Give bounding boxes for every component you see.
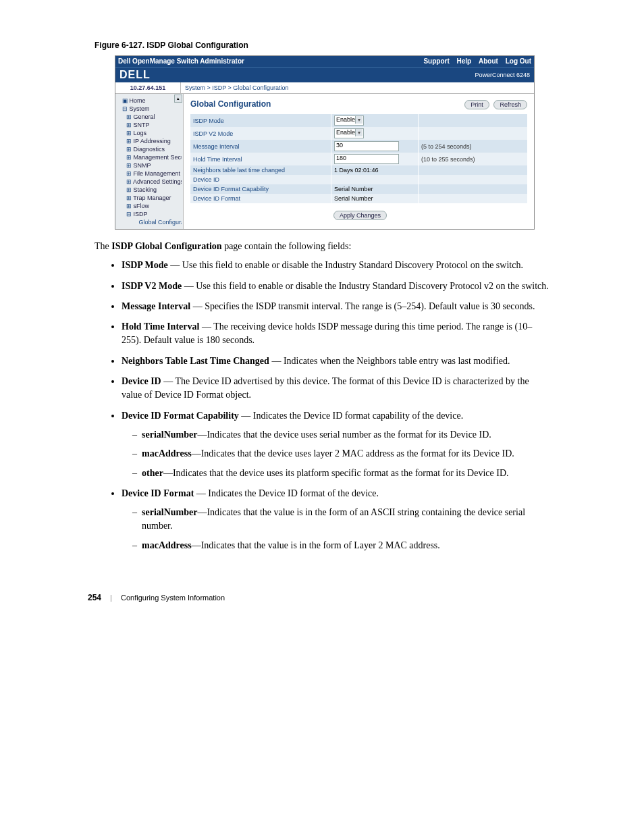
field-bullet: Device ID Format Capability — Indicates …	[122, 409, 549, 480]
field-bullet: Message Interval — Specifies the ISDP tr…	[122, 300, 549, 313]
field-label: Message Interval	[190, 140, 331, 153]
sub-bullet: serialNumber—Indicates that the value is…	[142, 506, 549, 533]
select-field[interactable]: Enable	[334, 128, 364, 138]
sub-bullet: macAddress—Indicates that the value is i…	[142, 539, 549, 552]
select-field[interactable]: Enable	[334, 115, 364, 126]
app-title: Dell OpenManage Switch Administrator	[118, 56, 244, 67]
field-label: ISDP V2 Mode	[190, 127, 331, 140]
section-title: Configuring System Information	[121, 594, 225, 602]
config-row: Device ID	[190, 175, 527, 184]
refresh-button[interactable]: Refresh	[493, 100, 527, 109]
tree-node[interactable]: ⊞ Diagnostics	[117, 145, 182, 153]
intro-text: The ISDP Global Configuration page conta…	[95, 240, 549, 253]
figure-caption: Figure 6-127. ISDP Global Configuration	[95, 41, 603, 50]
model-label: PowerConnect 6248	[475, 72, 530, 78]
link-about[interactable]: About	[479, 57, 498, 65]
field-bullet: Neighbors Table Last Time Changed — Indi…	[122, 355, 549, 368]
link-support[interactable]: Support	[423, 57, 449, 65]
topbar: Dell OpenManage Switch Administrator Sup…	[115, 56, 534, 67]
field-hint: (5 to 254 seconds)	[419, 140, 528, 153]
page-footer: 254 | Configuring System Information	[41, 593, 603, 602]
field-label: Device ID Format	[190, 194, 331, 203]
tree-node[interactable]: ⊟ ISDP	[117, 210, 182, 218]
dell-logo: DELL	[119, 69, 151, 81]
tree-node[interactable]: ⊞ Management Secur	[117, 153, 182, 161]
field-bullet: ISDP V2 Mode — Use this field to enable …	[122, 280, 549, 293]
print-button[interactable]: Print	[464, 100, 489, 109]
config-table: ISDP ModeEnableISDP V2 ModeEnableMessage…	[190, 114, 527, 203]
field-label: Hold Time Interval	[190, 153, 331, 165]
field-hint	[419, 175, 528, 184]
static-value: Serial Number	[334, 186, 373, 192]
link-help[interactable]: Help	[457, 57, 472, 65]
field-hint	[419, 114, 528, 127]
header-row: 10.27.64.151 System > ISDP > Global Conf…	[115, 82, 534, 94]
app-body: ▴ ▣ Home⊟ System⊞ General⊞ SNTP⊞ Logs⊞ I…	[115, 94, 534, 229]
main-panel: Global Configuration Print Refresh ISDP …	[184, 94, 534, 229]
tree-node[interactable]: ⊞ SNMP	[117, 161, 182, 170]
tree-node[interactable]: ⊞ IP Addressing	[117, 137, 182, 145]
text-input[interactable]: 180	[334, 154, 399, 164]
field-bullet: ISDP Mode — Use this field to enable or …	[122, 259, 549, 272]
sub-bullet: macAddress—Indicates that the device use…	[142, 447, 549, 461]
tree-node[interactable]: ⊞ SNTP	[117, 121, 182, 129]
app-screenshot: Dell OpenManage Switch Administrator Sup…	[115, 55, 535, 230]
apply-changes-button[interactable]: Apply Changes	[333, 211, 387, 220]
config-row: Neighbors table last time changed1 Days …	[190, 165, 527, 175]
config-row: ISDP V2 ModeEnable	[190, 127, 527, 140]
brandbar: DELL PowerConnect 6248	[115, 67, 534, 82]
static-value: Serial Number	[334, 195, 373, 202]
field-bullet: Device ID — The Device ID advertised by …	[122, 375, 549, 402]
field-label: Device ID Format Capability	[190, 184, 331, 194]
field-hint	[419, 194, 528, 203]
tree-node[interactable]: ▣ Home	[117, 97, 182, 105]
config-row: Hold Time Interval180(10 to 255 seconds)	[190, 153, 527, 165]
field-bullet: Hold Time Interval — The receiving devic…	[122, 320, 549, 348]
field-hint	[419, 184, 528, 194]
sub-bullet: serialNumber—Indicates that the device u…	[142, 428, 549, 442]
field-hint: (10 to 255 seconds)	[419, 153, 528, 165]
static-value: 1 Days 02:01:46	[334, 167, 379, 174]
page-title: Global Configuration	[190, 99, 271, 109]
device-ip: 10.27.64.151	[115, 82, 181, 93]
tree-node[interactable]: ⊞ sFlow	[117, 202, 182, 210]
field-label: Device ID	[190, 175, 331, 184]
field-list: ISDP Mode — Use this field to enable or …	[95, 259, 549, 552]
link-logout[interactable]: Log Out	[506, 57, 531, 65]
tree-node[interactable]: Global Configurat	[117, 218, 182, 226]
config-row: ISDP ModeEnable	[190, 114, 527, 127]
tree-node[interactable]: ⊞ Advanced Settings	[117, 178, 182, 186]
tree-node[interactable]: ⊞ Logs	[117, 129, 182, 137]
page-number: 254	[88, 593, 101, 602]
scroll-up-icon[interactable]: ▴	[174, 95, 182, 103]
field-hint	[419, 165, 528, 175]
field-label: ISDP Mode	[190, 114, 331, 127]
field-label: Neighbors table last time changed	[190, 165, 331, 175]
tree-node[interactable]: ⊞ Trap Manager	[117, 194, 182, 202]
topbar-links: Support Help About Log Out	[418, 56, 531, 67]
sub-bullet: other—Indicates that the device uses its…	[142, 467, 549, 480]
tree-node[interactable]: ⊞ File Management	[117, 170, 182, 178]
field-bullet: Device ID Format — Indicates the Device …	[122, 487, 549, 552]
tree-node[interactable]: ⊟ System	[117, 105, 182, 113]
config-row: Message Interval30(5 to 254 seconds)	[190, 140, 527, 153]
config-row: Device ID Format CapabilitySerial Number	[190, 184, 527, 194]
tree-node[interactable]: ⊞ Stacking	[117, 186, 182, 194]
nav-tree[interactable]: ▴ ▣ Home⊟ System⊞ General⊞ SNTP⊞ Logs⊞ I…	[115, 94, 184, 229]
config-row: Device ID FormatSerial Number	[190, 194, 527, 203]
field-hint	[419, 127, 528, 140]
tree-node[interactable]: ⊞ General	[117, 113, 182, 121]
text-input[interactable]: 30	[334, 141, 399, 151]
breadcrumb: System > ISDP > Global Configuration	[181, 82, 292, 93]
